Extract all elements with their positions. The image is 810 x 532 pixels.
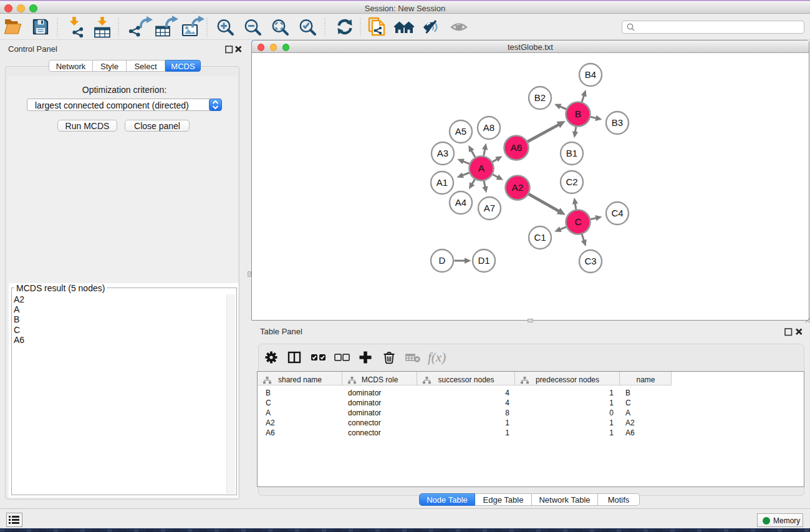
svg-text:C3: C3: [584, 256, 596, 266]
svg-text:B4: B4: [585, 69, 596, 80]
svg-text:C1: C1: [534, 232, 546, 243]
svg-text:D1: D1: [478, 255, 489, 266]
svg-text:D: D: [439, 255, 446, 266]
svg-text:B: B: [575, 109, 581, 119]
svg-text:A4: A4: [455, 197, 466, 208]
svg-text:A5: A5: [455, 126, 466, 137]
svg-text:A7: A7: [484, 203, 495, 213]
svg-text:B1: B1: [566, 148, 577, 158]
svg-text:A2: A2: [512, 182, 524, 193]
svg-text:C4: C4: [611, 208, 623, 218]
svg-text:A8: A8: [483, 122, 494, 133]
svg-text:A3: A3: [437, 148, 448, 158]
svg-text:f(x): f(x): [428, 350, 446, 365]
svg-text:C2: C2: [566, 177, 577, 187]
svg-text:A: A: [478, 163, 485, 173]
svg-text:B3: B3: [612, 117, 623, 128]
svg-text:B2: B2: [534, 92, 546, 103]
svg-text:A6: A6: [511, 142, 523, 153]
svg-text:A1: A1: [436, 177, 448, 188]
svg-text:C: C: [574, 216, 581, 227]
